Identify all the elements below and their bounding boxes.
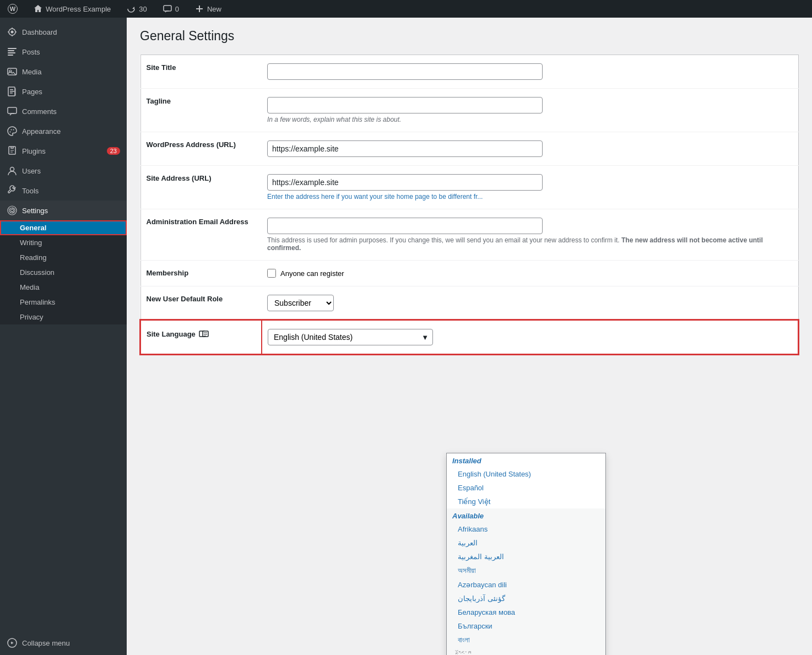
svg-rect-5 — [8, 50, 14, 51]
site-title-input[interactable] — [267, 63, 543, 80]
listbox-item-af[interactable]: Afrikaans — [447, 522, 605, 536]
comments-button[interactable]: 0 — [159, 0, 182, 18]
default-role-select[interactable]: Subscriber Contributor Author Editor Adm… — [267, 295, 334, 311]
svg-point-18 — [13, 129, 14, 131]
submenu-item-general[interactable]: General — [0, 220, 127, 235]
plugins-icon — [7, 145, 18, 156]
listbox-item-az_TR[interactable]: گؤنئی آذربایجان — [447, 592, 605, 605]
listbox-item-ar_MA[interactable]: العربية المغربية — [447, 550, 605, 564]
membership-label: Membership — [140, 261, 262, 286]
listbox-scroll[interactable]: Installed English (United States) Españo… — [447, 453, 605, 655]
new-content-button[interactable]: New — [191, 0, 225, 18]
svg-rect-14 — [10, 93, 13, 94]
collapse-label: Collapse menu — [22, 639, 70, 647]
listbox-group-installed: Installed — [447, 453, 605, 467]
wp-address-input[interactable] — [267, 140, 543, 157]
pages-icon — [7, 86, 18, 97]
tools-icon — [7, 185, 18, 196]
tagline-input[interactable] — [267, 97, 543, 113]
admin-email-label: Administration Email Address — [140, 209, 262, 261]
posts-icon — [7, 46, 18, 57]
svg-rect-11 — [15, 88, 16, 96]
sidebar-users-label: Users — [22, 167, 120, 175]
listbox-item-be[interactable]: Беларуская мова — [447, 605, 605, 619]
listbox-item-ar[interactable]: العربية — [447, 536, 605, 550]
sidebar-item-media[interactable]: Media — [0, 62, 127, 82]
submenu-item-writing[interactable]: Writing — [0, 235, 127, 250]
default-role-row: New User Default Role Subscriber Contrib… — [140, 286, 798, 321]
svg-rect-12 — [10, 89, 13, 90]
sidebar-item-appearance[interactable]: Appearance — [0, 121, 127, 141]
language-select-wrapper: English (United States) ▼ — [268, 329, 433, 345]
listbox-item-bn[interactable]: বাংলা — [447, 633, 605, 647]
membership-checkbox-label[interactable]: Anyone can register — [267, 269, 793, 278]
listbox-item-az[interactable]: Azərbaycan dili — [447, 578, 605, 592]
comments-nav-icon — [7, 106, 18, 117]
main-layout: Dashboard Posts — [0, 18, 812, 655]
site-address-row: Site Address (URL) Enter the address her… — [140, 166, 798, 209]
listbox-item-es[interactable]: Español — [447, 481, 605, 495]
site-language-label-wrapper: Site Language — [147, 329, 209, 339]
settings-form: Site Title Tagline In a few words, expla… — [140, 55, 799, 355]
svg-rect-2 — [164, 6, 171, 11]
svg-text:W: W — [10, 6, 16, 12]
listbox-item-bo[interactable]: རྫོང་ཁ — [447, 647, 605, 655]
updates-button[interactable]: 30 — [123, 0, 150, 18]
comment-icon — [163, 4, 172, 14]
admin-email-hint: This address is used for admin purposes.… — [267, 236, 793, 252]
membership-cell: Anyone can register — [262, 261, 798, 286]
submenu-item-discussion[interactable]: Discussion — [0, 265, 127, 280]
language-icon — [199, 329, 209, 339]
site-name-button[interactable]: WordPress Example — [30, 0, 114, 18]
collapse-menu-button[interactable]: Collapse menu — [0, 631, 127, 655]
listbox-item-vi[interactable]: Tiếng Việt — [447, 495, 605, 508]
sidebar-item-tools[interactable]: Tools — [0, 181, 127, 201]
sidebar-item-posts[interactable]: Posts — [0, 42, 127, 62]
membership-checkbox[interactable] — [267, 269, 276, 278]
submenu-item-reading[interactable]: Reading — [0, 250, 127, 265]
sidebar-item-comments[interactable]: Comments — [0, 101, 127, 121]
tagline-cell: In a few words, explain what this site i… — [262, 89, 798, 132]
page-title: General Settings — [140, 29, 799, 44]
site-address-cell: Enter the address here if you want your … — [262, 166, 798, 209]
admin-email-cell: This address is used for admin purposes.… — [262, 209, 798, 261]
wp-address-label: WordPress Address (URL) — [140, 132, 262, 166]
listbox-item-as[interactable]: অসমীয়া — [447, 564, 605, 578]
tagline-label: Tagline — [140, 89, 262, 132]
listbox-item-bg[interactable]: Български — [447, 619, 605, 633]
sidebar-pages-label: Pages — [22, 88, 120, 96]
listbox-item-en_US[interactable]: English (United States) — [447, 467, 605, 481]
sidebar-comments-label: Comments — [22, 107, 120, 116]
site-title-cell — [262, 55, 798, 89]
sidebar-plugins-label: Plugins — [22, 147, 102, 155]
dashboard-icon — [7, 26, 18, 37]
sidebar-item-dashboard[interactable]: Dashboard — [0, 22, 127, 42]
sidebar-item-settings[interactable]: Settings — [0, 201, 127, 220]
svg-rect-13 — [10, 91, 14, 92]
site-language-cell: English (United States) ▼ — [262, 320, 798, 354]
wp-logo-button[interactable]: W — [4, 0, 21, 18]
sidebar-item-plugins[interactable]: Plugins 23 — [0, 141, 127, 161]
tagline-row: Tagline In a few words, explain what thi… — [140, 89, 798, 132]
sidebar: Dashboard Posts — [0, 18, 127, 655]
site-name-label: WordPress Example — [46, 5, 111, 13]
sidebar-item-pages[interactable]: Pages — [0, 82, 127, 101]
media-icon — [7, 66, 18, 77]
settings-submenu: General Writing Reading Discussion Media… — [0, 220, 127, 324]
submenu-item-media[interactable]: Media — [0, 280, 127, 295]
membership-row: Membership Anyone can register — [140, 261, 798, 286]
submenu-item-permalinks[interactable]: Permalinks — [0, 295, 127, 310]
sidebar-dashboard-label: Dashboard — [22, 28, 120, 36]
site-language-select[interactable]: English (United States) — [268, 329, 433, 345]
collapse-icon — [7, 637, 18, 648]
submenu-item-privacy[interactable]: Privacy — [0, 310, 127, 324]
content-area: General Settings Site Title Tagline In a… — [127, 18, 812, 655]
admin-email-input[interactable] — [267, 218, 543, 234]
sidebar-media-label: Media — [22, 68, 120, 76]
new-label: New — [207, 5, 221, 13]
admin-email-row: Administration Email Address This addres… — [140, 209, 798, 261]
site-address-input[interactable] — [267, 174, 543, 191]
sidebar-item-users[interactable]: Users — [0, 161, 127, 181]
svg-rect-7 — [8, 55, 13, 56]
site-address-hint: Enter the address here if you want your … — [267, 193, 793, 201]
